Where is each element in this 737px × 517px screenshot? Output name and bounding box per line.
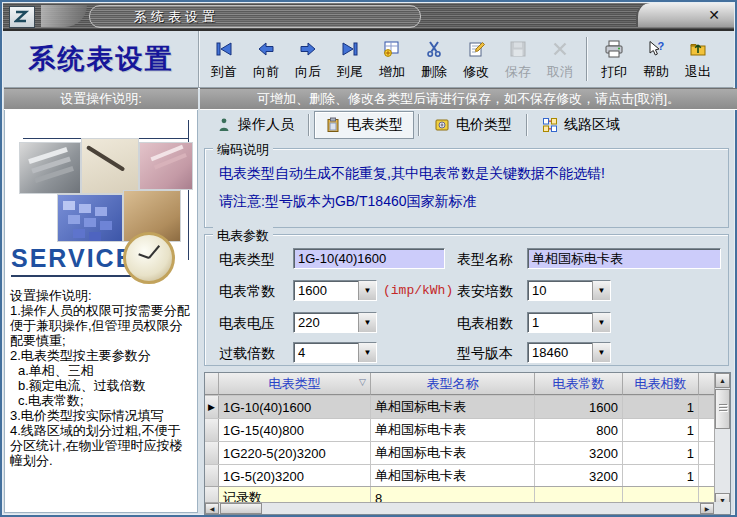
price-book-icon	[434, 117, 450, 133]
delete-record-icon	[425, 37, 443, 61]
instruction-item: 3.电价类型按实际情况填写	[10, 408, 193, 423]
decor-line-vertical	[188, 120, 189, 260]
close-icon[interactable]: ✕	[704, 5, 724, 24]
modify-record-button[interactable]: 修改	[455, 34, 497, 84]
meter-constant-combo[interactable]: 1600 ▼	[293, 280, 377, 301]
coding-note-1: 电表类型自动生成不能重复,其中电表常数是关键数据不能选错!	[219, 165, 605, 183]
svg-text:?: ?	[658, 40, 665, 52]
vertical-scroll-thumb[interactable]	[715, 389, 730, 429]
grid-header-phases[interactable]: 电表相数	[623, 373, 699, 395]
save-icon	[509, 37, 527, 61]
add-record-button[interactable]: 增加	[371, 34, 413, 84]
photo-tools	[19, 142, 81, 194]
goto-first-button[interactable]: 到首	[203, 34, 245, 84]
instruction-item: 2.电表类型按主要参数分	[10, 348, 193, 363]
dropdown-arrow-icon[interactable]: ▼	[592, 313, 610, 332]
print-button[interactable]: 打印	[593, 34, 635, 84]
params-group-title: 电表参数	[213, 227, 273, 245]
meter-type-label: 电表类型	[219, 251, 275, 269]
help-icon: ?	[647, 37, 665, 61]
dropdown-arrow-icon[interactable]: ▼	[592, 343, 610, 362]
area-diagram-icon	[542, 117, 558, 133]
goto-last-button[interactable]: 到尾	[329, 34, 371, 84]
model-version-combo[interactable]: 18460 ▼	[527, 342, 611, 363]
coding-group-title: 编码说明	[213, 141, 273, 159]
meter-type-grid: 电表类型▽ 表型名称 电表常数 电表相数 ▶ 1G-10(40)1600 单相国…	[204, 372, 731, 515]
scroll-left-icon[interactable]: ◀	[205, 503, 219, 514]
exit-button[interactable]: 退出	[677, 34, 719, 84]
photo-pen	[81, 138, 139, 194]
sidebar-body: SERVICE 设置操作说明: 1.操作人员的权限可按需要分配便于兼职操作,但管…	[4, 110, 198, 513]
delete-record-button[interactable]: 删除	[413, 34, 455, 84]
toolbar-separator	[586, 37, 588, 81]
pocket-watch-image	[123, 232, 175, 284]
goto-last-icon	[340, 37, 360, 61]
window-logo-icon	[9, 6, 35, 28]
go-next-icon	[299, 37, 317, 61]
scroll-right-icon[interactable]: ▶	[700, 503, 714, 514]
person-icon	[216, 117, 232, 133]
tab-separator	[418, 114, 420, 136]
go-next-button[interactable]: 向后	[287, 34, 329, 84]
exit-icon	[689, 37, 707, 61]
meter-constant-label: 电表常数	[219, 283, 275, 301]
table-row[interactable]: ▶ 1G-10(40)1600 单相国标电卡表 1600 1	[205, 396, 730, 419]
table-row[interactable]: 1G-15(40)800 单相国标电卡表 800 1	[205, 419, 730, 442]
dropdown-arrow-icon[interactable]: ▼	[592, 281, 610, 300]
photo-pink	[139, 142, 193, 190]
service-label: SERVICE	[11, 244, 134, 277]
dropdown-arrow-icon[interactable]: ▼	[358, 313, 376, 332]
print-icon	[604, 37, 624, 61]
main-panel: 可增加、删除、修改各类型后请进行保存，如不保存修改，请点击[取消]。 操作人员 …	[200, 88, 737, 513]
go-previous-button[interactable]: 向前	[245, 34, 287, 84]
grid-header-meter-type[interactable]: 电表类型▽	[219, 373, 371, 395]
tabbar: 操作人员 电表类型 电价类型 线路区域	[200, 110, 737, 140]
instructions-text: 设置操作说明: 1.操作人员的权限可按需要分配便于兼职操作,但管理员权限分配要慎…	[10, 288, 193, 468]
sidebar: 设置操作说明: SERVICE 设置操作说明: 1.操作人员的权限可按需要分配便…	[4, 88, 198, 513]
phases-combo[interactable]: 1 ▼	[527, 312, 611, 333]
grid-header-constant[interactable]: 电表常数	[535, 373, 623, 395]
sidebar-header: 设置操作说明:	[4, 88, 198, 110]
tab-separator	[526, 114, 528, 136]
dropdown-arrow-icon[interactable]: ▼	[358, 281, 376, 300]
coding-note-2: 请注意:型号版本为GB/T18460国家新标准	[219, 193, 477, 211]
instruction-item: a.单相、三相	[10, 363, 193, 378]
help-button[interactable]: ? 帮助	[635, 34, 677, 84]
titlebar-swoosh	[41, 5, 87, 27]
table-row[interactable]: 1G220-5(20)3200 单相国标电卡表 3200 1	[205, 442, 730, 465]
model-name-field[interactable]: 单相国标电卡表	[527, 248, 721, 269]
overload-combo[interactable]: 4 ▼	[293, 342, 377, 363]
horizontal-scroll-thumb[interactable]	[220, 503, 262, 514]
tab-operators[interactable]: 操作人员	[206, 112, 304, 138]
instruction-item: c.电表常数;	[10, 393, 193, 408]
sort-icon: ▽	[359, 377, 366, 387]
scroll-up-icon[interactable]: ▲	[715, 373, 730, 388]
instruction-item: 1.操作人员的权限可按需要分配便于兼职操作,但管理员权限分配要慎重;	[10, 303, 193, 348]
grid-corner-cell	[205, 373, 219, 395]
tab-meter-type[interactable]: 电表类型	[314, 111, 414, 139]
clipboard-icon	[325, 117, 341, 133]
titlebar-pill: 系统表设置	[89, 5, 421, 28]
dropdown-arrow-icon[interactable]: ▼	[358, 343, 376, 362]
tab-price-type[interactable]: 电价类型	[424, 112, 522, 138]
voltage-combo[interactable]: 220 ▼	[293, 312, 377, 333]
table-row[interactable]: 1G-5(20)3200 单相国标电卡表 3200 1	[205, 465, 730, 488]
grid-header-model-name[interactable]: 表型名称	[371, 373, 535, 395]
vertical-scrollbar[interactable]: ▲ ▼	[714, 373, 730, 508]
cancel-button: 取消	[539, 34, 581, 84]
toolbar-band: 系统表设置 到首 向前 向后 到尾 增加	[4, 31, 733, 88]
grid-header-row: 电表类型▽ 表型名称 电表常数 电表相数	[205, 373, 730, 396]
meter-type-field[interactable]: 1G-10(40)1600	[293, 248, 445, 269]
app-title-cell: 系统表设置	[4, 31, 199, 87]
toolbar: 到首 向前 向后 到尾 增加 删除	[199, 31, 733, 87]
hint-bar: 可增加、删除、修改各类型后请进行保存，如不保存修改，请点击[取消]。	[200, 88, 737, 110]
phases-label: 电表相数	[457, 315, 513, 333]
amperage-combo[interactable]: 10 ▼	[527, 280, 611, 301]
amperage-label: 表安培数	[457, 283, 513, 301]
tab-line-area[interactable]: 线路区域	[532, 112, 630, 138]
system-table-settings-window: 系统表设置 ✕ 系统表设置 到首 向前 向后 到尾	[0, 0, 737, 517]
horizontal-scrollbar[interactable]: ◀ ▶	[205, 502, 714, 514]
window-title: 系统表设置	[90, 8, 219, 26]
tab-separator	[308, 114, 310, 136]
titlebar: 系统表设置 ✕	[3, 3, 734, 31]
